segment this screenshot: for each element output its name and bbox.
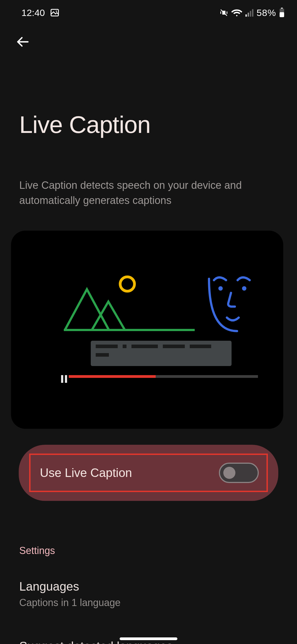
video-progress-fill	[69, 375, 156, 378]
svg-point-1	[56, 11, 57, 12]
video-progress-row	[61, 375, 258, 378]
settings-section-header: Settings	[19, 545, 278, 556]
page-title: Live Caption	[19, 111, 278, 139]
svg-rect-3	[248, 13, 249, 17]
clock: 12:40	[21, 7, 45, 18]
page-description: Live Caption detects speech on your devi…	[19, 178, 272, 208]
svg-point-12	[218, 286, 223, 291]
battery-icon	[279, 8, 285, 18]
status-bar: 12:40	[0, 0, 297, 25]
status-left: 12:40	[21, 7, 60, 18]
status-right: 58%	[219, 7, 285, 18]
svg-rect-5	[252, 9, 254, 17]
wifi-icon	[231, 8, 242, 17]
svg-rect-8	[280, 12, 284, 17]
live-caption-illustration	[11, 231, 283, 429]
svg-rect-2	[246, 14, 247, 17]
languages-item[interactable]: Languages Captions in 1 language	[19, 580, 278, 610]
illustration-svg	[11, 231, 283, 429]
svg-rect-6	[281, 8, 283, 9]
use-live-caption-label: Use Live Caption	[40, 466, 132, 480]
svg-point-11	[120, 277, 134, 291]
vibrate-mute-icon	[219, 8, 229, 17]
use-live-caption-card[interactable]: Use Live Caption	[19, 445, 278, 501]
navigation-handle[interactable]	[120, 637, 177, 640]
video-progress-track	[69, 375, 258, 378]
content: Live Caption Live Caption detects speech…	[0, 111, 297, 644]
app-bar	[0, 25, 297, 58]
svg-rect-14	[61, 375, 63, 383]
svg-rect-4	[250, 11, 251, 17]
cellular-signal-icon	[245, 8, 254, 17]
caption-box-illustration	[91, 341, 232, 366]
use-live-caption-switch[interactable]	[219, 463, 259, 483]
battery-percentage: 58%	[257, 7, 276, 18]
highlight-annotation: Use Live Caption	[29, 454, 268, 492]
languages-title: Languages	[19, 580, 120, 593]
back-button[interactable]	[13, 32, 32, 52]
image-notification-icon	[50, 8, 60, 18]
svg-rect-15	[65, 375, 67, 383]
svg-point-13	[242, 286, 246, 291]
languages-subtitle: Captions in 1 language	[19, 596, 120, 610]
